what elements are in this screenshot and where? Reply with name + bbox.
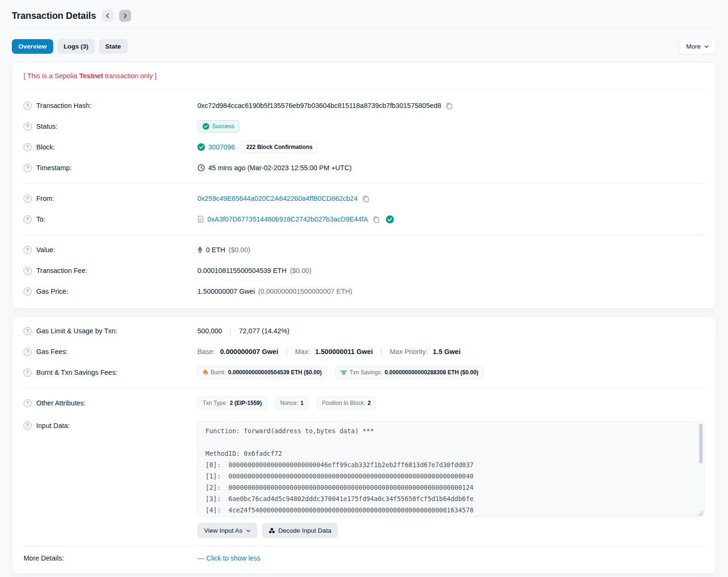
- nonce-badge: Nonce: 1: [275, 396, 309, 410]
- other-attributes-label: Other Attributes:: [36, 399, 86, 407]
- row-gas-price: ? Gas Price: 1.500000007 Gwei (0.0000000…: [24, 281, 704, 302]
- from-label: From:: [36, 195, 54, 202]
- row-gas-limit-usage: ? Gas Limit & Usage by Txn: 500,000 | 72…: [24, 321, 704, 341]
- flame-icon: [203, 369, 208, 376]
- row-more-details: More Details: — Click to show less: [24, 546, 704, 567]
- transaction-fee-eth: 0.000108115500504539 ETH: [197, 267, 286, 274]
- next-transaction-button[interactable]: [119, 10, 131, 22]
- block-confirmations-badge: 222 Block Confirmations: [241, 141, 318, 153]
- gas-used-value: 72,077 (14.42%): [239, 327, 289, 335]
- help-icon[interactable]: ?: [24, 195, 32, 203]
- txn-type-badge: Txn Type: 2 (EIP-1559): [197, 396, 267, 410]
- help-icon[interactable]: ?: [24, 164, 32, 172]
- to-address-link[interactable]: 0xA3f07D6773514480b918C2742b027b3acD9E44…: [207, 215, 368, 223]
- from-address-link[interactable]: 0x259c49E65644a020C2A642260a4ffB0CD862cb…: [197, 195, 358, 202]
- help-icon[interactable]: ?: [24, 246, 32, 254]
- divider: [24, 183, 704, 183]
- view-input-as-button[interactable]: View Input As: [197, 523, 257, 538]
- tab-state[interactable]: State: [99, 39, 128, 54]
- more-dropdown-button[interactable]: More: [679, 39, 716, 54]
- input-data-box[interactable]: Function: forward(address to,bytes data)…: [197, 421, 704, 517]
- testnet-notice-post: transaction only ]: [103, 72, 157, 80]
- details-card: ? Gas Limit & Usage by Txn: 500,000 | 72…: [12, 316, 716, 574]
- max-fee-value: 1.500000011 Gwei: [315, 348, 373, 355]
- show-less-link[interactable]: — Click to show less: [197, 554, 261, 562]
- position-in-block-value: 2: [368, 400, 371, 406]
- decode-input-data-button[interactable]: Decode Input Data: [262, 523, 338, 538]
- position-in-block-badge: Position In Block: 2: [317, 396, 376, 410]
- max-fee-label: Max:: [295, 348, 310, 355]
- tabs-row: Overview Logs (3) State More: [12, 39, 716, 54]
- help-icon[interactable]: ?: [24, 102, 32, 110]
- check-circle-icon: [197, 143, 205, 151]
- input-data-actions: View Input As Decode Input Data: [197, 523, 704, 538]
- separator: |: [380, 348, 382, 355]
- base-fee-value: 0.000000007 Gwei: [220, 348, 278, 355]
- position-in-block-label: Position In Block:: [322, 400, 365, 406]
- more-label: More: [686, 43, 701, 50]
- separator: |: [286, 348, 287, 355]
- burnt-label: Burnt:: [211, 369, 226, 376]
- gas-fees-label: Gas Fees:: [36, 348, 68, 355]
- help-icon[interactable]: ?: [24, 123, 32, 131]
- help-icon[interactable]: ?: [24, 369, 32, 377]
- gas-limit-value: 500,000: [197, 327, 222, 335]
- decode-input-data-label: Decode Input Data: [278, 527, 332, 534]
- row-burnt-savings: ? Burnt & Txn Savings Fees: Burnt: 0.000…: [24, 362, 704, 383]
- nonce-label: Nonce:: [280, 400, 298, 406]
- help-icon[interactable]: ?: [24, 143, 32, 151]
- copy-from-address-button[interactable]: [361, 195, 370, 202]
- help-icon[interactable]: ?: [24, 421, 32, 429]
- row-from: ? From: 0x259c49E65644a020C2A642260a4ffB…: [24, 188, 704, 209]
- timestamp-value: 45 mins ago (Mar-02-2023 12:55:00 PM +UT…: [208, 164, 352, 172]
- txn-savings-badge: Txn Savings: 0.000000000000288308 ETH ($…: [335, 366, 483, 379]
- row-value: ? Value: 0 ETH ($0.00): [24, 239, 704, 260]
- tab-group: Overview Logs (3) State: [12, 39, 128, 54]
- resize-handle[interactable]: [698, 511, 703, 516]
- previous-transaction-button[interactable]: [102, 10, 114, 22]
- row-gas-fees: ? Gas Fees: Base: 0.000000007 Gwei | Max…: [24, 341, 704, 362]
- block-number-link[interactable]: 3007096: [208, 143, 235, 151]
- testnet-notice-pre: [ This is a Sepolia: [24, 72, 79, 80]
- view-input-as-label: View Input As: [204, 527, 243, 534]
- help-icon[interactable]: ?: [24, 327, 32, 335]
- value-label: Value:: [36, 246, 55, 254]
- burnt-badge: Burnt: 0.000000000000504539 ETH ($0.00): [197, 366, 327, 379]
- chevron-right-icon: [122, 13, 128, 19]
- status-label: Status:: [36, 123, 57, 130]
- tab-logs[interactable]: Logs (3): [57, 39, 95, 54]
- nonce-value: 1: [301, 400, 304, 406]
- chevron-down-icon: [704, 44, 709, 49]
- contract-file-icon: [197, 215, 204, 223]
- help-icon[interactable]: ?: [24, 399, 32, 407]
- txn-savings-value: 0.000000000000288308 ETH ($0.00): [384, 369, 478, 376]
- help-icon[interactable]: ?: [24, 267, 32, 275]
- clock-icon: [197, 164, 205, 172]
- max-priority-fee-label: Max Priority:: [390, 348, 428, 355]
- more-details-label: More Details:: [24, 554, 64, 562]
- copy-transaction-hash-button[interactable]: [444, 102, 454, 109]
- chevron-left-icon: [105, 13, 111, 19]
- row-status: ? Status: Success: [24, 116, 704, 137]
- help-icon[interactable]: ?: [24, 215, 32, 223]
- copy-icon: [372, 215, 380, 223]
- input-data-scrollbar[interactable]: [699, 424, 703, 463]
- copy-to-address-button[interactable]: [371, 215, 381, 223]
- row-transaction-hash: ? Transaction Hash: 0xc72d984ccac6190b5f…: [24, 95, 704, 116]
- help-icon[interactable]: ?: [24, 348, 32, 356]
- status-badge: Success: [197, 120, 239, 132]
- value-eth: 0 ETH: [206, 246, 225, 254]
- max-priority-fee-value: 1.5 Gwei: [433, 348, 461, 355]
- copy-icon: [445, 102, 453, 109]
- gas-price-eth: (0.000000001500000007 ETH): [258, 288, 352, 295]
- block-label: Block:: [36, 143, 55, 151]
- check-circle-icon: [203, 123, 209, 130]
- overview-card: [ This is a Sepolia Testnet transaction …: [12, 62, 716, 309]
- tab-overview[interactable]: Overview: [12, 39, 53, 54]
- help-icon[interactable]: ?: [24, 288, 32, 296]
- verified-check-circle-icon: [386, 215, 394, 223]
- testnet-notice: [ This is a Sepolia Testnet transaction …: [24, 72, 704, 90]
- transaction-fee-usd: ($0.00): [290, 267, 311, 274]
- to-label: To:: [36, 215, 45, 223]
- testnet-notice-bold: Testnet: [79, 72, 103, 80]
